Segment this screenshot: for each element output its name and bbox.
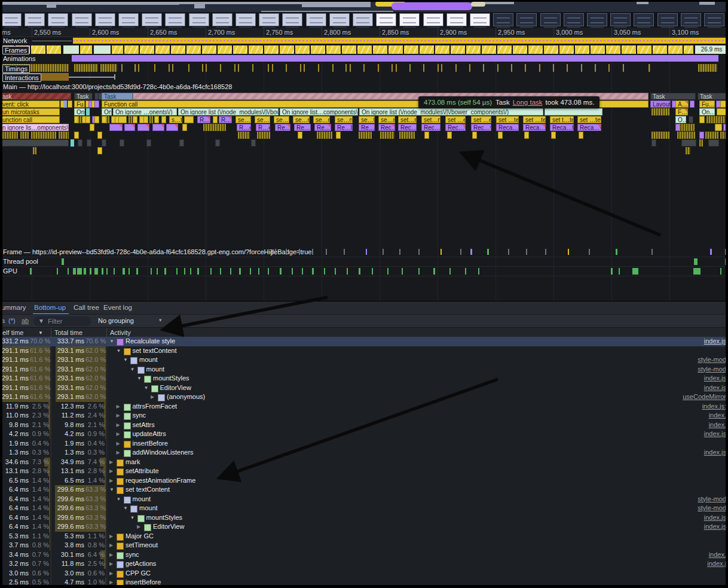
network-track-bar[interactable] [73, 38, 728, 44]
flame-block[interactable]: On ignore …onents\/) [113, 108, 177, 115]
flame-block[interactable] [86, 108, 90, 115]
source-link[interactable]: index. [709, 551, 726, 558]
flame-block[interactable] [31, 132, 56, 139]
flame-block[interactable]: se…nt [313, 116, 330, 123]
collapse-icon[interactable]: ▼ [117, 496, 121, 502]
source-link[interactable]: style-mod [698, 495, 726, 502]
flame-block[interactable]: set …tent [577, 116, 601, 123]
source-link[interactable]: index.js [704, 523, 726, 530]
flame-block[interactable] [679, 124, 695, 131]
flame-block[interactable]: A… [675, 100, 689, 108]
activity-label[interactable]: mount [133, 495, 151, 502]
header-total-time[interactable]: Total time [54, 329, 82, 336]
filmstrip-thumbnail[interactable] [235, 13, 256, 26]
expand-icon[interactable]: ▶ [117, 450, 120, 455]
activity-label[interactable]: EditorView [160, 384, 191, 391]
flame-block[interactable] [33, 147, 36, 154]
flame-block[interactable]: Rec…yle [471, 124, 491, 131]
filmstrip-thumbnail[interactable] [446, 13, 467, 26]
table-row[interactable]: 6.4 ms1.4 %299.6 ms63.3 %▼mountstyle-mod [0, 504, 728, 513]
flame-block[interactable] [129, 116, 132, 123]
flame-block[interactable] [87, 139, 91, 147]
tab-call-tree[interactable]: Call tree [74, 304, 99, 311]
filmstrip-thumbnail[interactable] [142, 13, 162, 26]
tab-bottom-up[interactable]: Bottom-up [34, 304, 66, 311]
grouping-dropdown[interactable]: No grouping [98, 317, 134, 324]
flame-block[interactable] [109, 124, 123, 131]
table-row[interactable]: 6.4 ms1.4 %299.6 ms63.3 %▼mountStylesind… [0, 513, 728, 523]
collapse-icon[interactable]: ▼ [144, 385, 149, 391]
frame-duration-badge[interactable]: 26.9 ms [695, 45, 728, 54]
table-row[interactable]: 1.9 ms0.4 %1.9 ms0.4 %▶insertBefore [0, 439, 728, 449]
flame-block[interactable]: Reca…yle [496, 124, 519, 131]
flame-block[interactable] [161, 116, 166, 123]
filmstrip-thumbnail[interactable] [118, 13, 139, 26]
flame-block[interactable] [651, 108, 669, 115]
expand-icon[interactable]: ▶ [109, 561, 113, 566]
flame-block[interactable] [498, 132, 503, 139]
collapse-icon[interactable]: ▼ [130, 367, 135, 372]
filmstrip-thumbnail[interactable] [540, 13, 561, 26]
filmstrip-thumbnail[interactable] [681, 13, 701, 26]
flame-block[interactable] [699, 139, 703, 147]
expand-icon[interactable]: ▶ [109, 543, 113, 548]
flame-block[interactable]: On ignore list (\/node_modules\/|\/bower… [178, 108, 279, 115]
frame-track-row[interactable]: Frame — https://id-preview--bd53fd9d-728… [0, 248, 728, 257]
flame-block[interactable] [97, 132, 102, 139]
filmstrip-thumbnail[interactable] [95, 13, 115, 26]
flame-block[interactable] [257, 132, 270, 139]
table-row[interactable]: 6.4 ms1.4 %299.6 ms63.3 %▶EditorViewinde… [0, 522, 728, 532]
flame-block[interactable] [708, 139, 719, 147]
activity-label[interactable]: Recalculate style [126, 337, 175, 345]
table-row[interactable]: 34.6 ms7.3 %34.9 ms7.4 %▶mark [0, 458, 728, 467]
flame-block[interactable]: On ignore list (\/node_modules\/|\/bower… [359, 108, 543, 115]
flame-block[interactable]: se…nt [378, 116, 395, 123]
flame-block[interactable] [579, 132, 583, 139]
flame-block[interactable]: Rec…le [378, 124, 395, 131]
source-link[interactable]: useCodeMirror [683, 393, 726, 400]
animations-track-bar[interactable] [72, 55, 718, 62]
flame-block[interactable] [203, 124, 226, 131]
flame-block[interactable] [78, 116, 81, 123]
table-row[interactable]: 3.0 ms0.6 %3.0 ms0.6 %▶CPP GC [0, 569, 728, 578]
collapse-icon[interactable]: ▼ [137, 376, 142, 381]
expand-icon[interactable]: ▶ [109, 459, 113, 465]
flame-block[interactable] [472, 132, 477, 139]
flame-block[interactable] [524, 132, 529, 139]
flame-block[interactable] [298, 132, 302, 139]
chevron-down-icon[interactable]: ▾ [159, 317, 162, 323]
flame-block[interactable]: Task [650, 93, 696, 100]
flame-block[interactable] [213, 116, 218, 123]
expand-icon[interactable]: ▶ [151, 394, 154, 400]
expand-icon[interactable]: ▶ [117, 413, 120, 418]
flame-block[interactable] [677, 132, 695, 139]
flame-block[interactable] [182, 124, 187, 131]
flame-block[interactable] [706, 116, 727, 123]
activity-label[interactable]: mount [139, 356, 158, 363]
flame-block[interactable] [317, 132, 332, 139]
flame-block[interactable]: R…e [237, 124, 251, 131]
activity-label[interactable]: addWindowListeners [133, 449, 194, 456]
flame-block[interactable] [0, 132, 18, 139]
activity-label[interactable]: set textContent [126, 486, 170, 493]
frame-track-label[interactable]: Frame — https://id-preview--bd53fd9d-728… [3, 248, 311, 255]
flame-block[interactable]: Fu…ll [699, 100, 715, 108]
flame-block[interactable]: O… [675, 116, 686, 123]
flame-block[interactable] [94, 100, 99, 108]
flame-block[interactable]: vent: click [0, 100, 60, 108]
source-link[interactable]: index. [709, 421, 726, 428]
activity-label[interactable]: sync [133, 412, 146, 419]
activity-label[interactable]: sync [126, 551, 139, 558]
flame-block[interactable]: Re…le [359, 124, 375, 131]
flame-block[interactable] [651, 139, 656, 147]
flame-block[interactable]: set …ent [445, 116, 466, 123]
source-link[interactable]: index.js [704, 449, 726, 456]
flame-block[interactable] [681, 139, 696, 147]
flame-block[interactable] [551, 132, 556, 139]
collapse-icon[interactable]: ▼ [109, 339, 114, 344]
flame-block[interactable] [118, 116, 127, 123]
flame-block[interactable] [690, 100, 695, 108]
expand-icon[interactable]: ▶ [117, 441, 120, 446]
table-row[interactable]: 1.3 ms0.3 %1.3 ms0.3 %▶addWindowListener… [0, 448, 728, 458]
filmstrip-thumbnail[interactable] [704, 13, 724, 26]
